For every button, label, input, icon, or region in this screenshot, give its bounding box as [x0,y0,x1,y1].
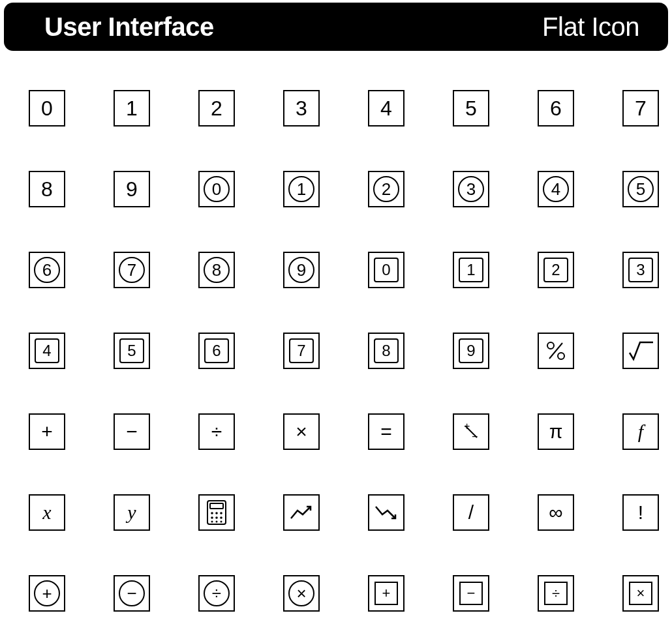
header-title: User Interface [44,12,214,42]
svg-point-10 [220,512,222,514]
minus-icon: − [114,413,150,450]
circled-6-icon: 6 [29,252,65,288]
circled-0-icon: 0 [198,171,235,207]
squared-3-icon: 3 [622,252,659,288]
circled-8-icon: 8 [198,252,235,288]
svg-point-12 [215,516,218,519]
function-f-icon: f [622,413,659,450]
square-root-icon [622,333,659,369]
boxed-multiply-icon: × [622,575,659,612]
digit-2-icon: 2 [198,90,235,126]
digit-4-icon: 4 [368,90,405,126]
digit-3-icon: 3 [283,90,320,126]
squared-2-icon: 2 [538,252,574,288]
svg-line-2 [549,343,562,359]
digit-5-icon: 5 [453,90,489,126]
header-subtitle: Flat Icon [542,12,639,42]
infinity-icon: ∞ [538,494,574,531]
boxed-divide-icon: ÷ [538,575,574,612]
percent-icon [538,333,574,369]
variable-y-icon: y [114,494,150,531]
plus-icon: + [29,413,65,450]
squared-0-icon: 0 [368,252,405,288]
digit-8-icon: 8 [29,171,65,207]
circled-divide-icon: ÷ [198,575,235,612]
circled-3-icon: 3 [453,171,489,207]
circled-plus-icon: + [29,575,65,612]
digit-6-icon: 6 [538,90,574,126]
svg-point-13 [220,516,222,519]
slash-icon: / [453,494,489,531]
boxed-minus-icon: − [453,575,489,612]
digit-7-icon: 7 [622,90,659,126]
svg-point-11 [211,516,213,519]
pi-icon: π [538,413,574,450]
plus-minus-icon: +− [453,413,489,450]
squared-5-icon: 5 [114,333,150,369]
divide-icon: ÷ [198,413,235,450]
svg-point-15 [216,521,218,523]
svg-point-1 [558,353,564,359]
digit-0-icon: 0 [29,90,65,126]
circled-multiply-icon: × [283,575,320,612]
squared-8-icon: 8 [368,333,405,369]
squared-1-icon: 1 [453,252,489,288]
variable-x-icon: x [29,494,65,531]
exclamation-icon: ! [622,494,659,531]
circled-2-icon: 2 [368,171,405,207]
squared-4-icon: 4 [29,333,65,369]
digit-9-icon: 9 [114,171,150,207]
circled-7-icon: 7 [114,252,150,288]
calculator-icon [198,494,235,531]
circled-5-icon: 5 [622,171,659,207]
icon-grid: 012345678901234567890123456789+−÷×=+−πfx… [0,51,672,612]
circled-minus-icon: − [114,575,150,612]
squared-7-icon: 7 [283,333,320,369]
circled-1-icon: 1 [283,171,320,207]
svg-point-9 [215,512,218,514]
digit-1-icon: 1 [114,90,150,126]
circled-4-icon: 4 [538,171,574,207]
circled-9-icon: 9 [283,252,320,288]
boxed-plus-icon: + [368,575,405,612]
multiply-icon: × [283,413,320,450]
svg-point-0 [547,342,554,349]
svg-point-8 [211,512,213,514]
trend-down-icon [368,494,405,531]
header-bar: User Interface Flat Icon [4,3,668,51]
equals-icon: = [368,413,405,450]
svg-point-14 [211,521,213,523]
squared-6-icon: 6 [198,333,235,369]
squared-9-icon: 9 [453,333,489,369]
svg-text:−: − [472,431,478,442]
svg-point-16 [221,521,222,523]
svg-rect-7 [210,503,223,509]
trend-up-icon [283,494,320,531]
